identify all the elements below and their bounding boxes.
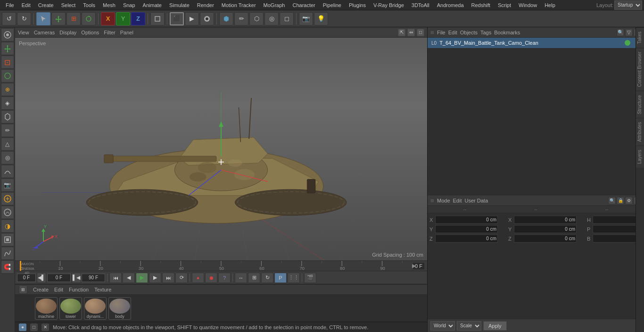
- coord-sx-input[interactable]: [514, 216, 577, 224]
- mat-edit[interactable]: Edit: [54, 287, 63, 292]
- status-icon-3[interactable]: ✕: [41, 324, 49, 331]
- lasso-button[interactable]: ◻: [280, 12, 294, 25]
- menu-character[interactable]: Character: [289, 1, 319, 9]
- y-axis-button[interactable]: Y: [116, 12, 130, 25]
- sidebar-hair[interactable]: [1, 192, 14, 205]
- sidebar-tool6[interactable]: ◈: [1, 97, 14, 110]
- loop-btn[interactable]: ⟳: [175, 273, 188, 283]
- sidebar-rotate[interactable]: [1, 69, 14, 82]
- mat-function[interactable]: Function: [69, 287, 89, 292]
- z-axis-button[interactable]: Z: [131, 12, 145, 25]
- attr-user-data[interactable]: User Data: [465, 198, 488, 203]
- mat-tower[interactable]: tower: [59, 297, 82, 320]
- menu-tools[interactable]: Tools: [79, 1, 99, 9]
- attr-mode[interactable]: Mode: [437, 198, 450, 203]
- timeline-ruler[interactable]: 0 10 20 30 40 50 60 70: [15, 260, 427, 271]
- menu-pipeline[interactable]: Pipeline: [319, 1, 345, 9]
- mat-machine[interactable]: machine: [35, 297, 58, 320]
- render-preview-button[interactable]: ▶: [185, 12, 199, 25]
- layout-select[interactable]: Startup: [614, 0, 642, 10]
- vp-panel[interactable]: Panel: [120, 30, 133, 35]
- om-file[interactable]: File: [437, 30, 446, 35]
- sidebar-sculpt2[interactable]: ◑: [1, 219, 14, 233]
- vp-filter[interactable]: Filter: [104, 30, 115, 35]
- attr-edit[interactable]: Edit: [453, 198, 462, 203]
- sidebar-dynamics[interactable]: [1, 233, 14, 246]
- vp-expand-btn[interactable]: ⇱: [398, 29, 405, 36]
- mat-texture[interactable]: Texture: [94, 287, 111, 292]
- polygon-button[interactable]: ⬡: [249, 12, 264, 25]
- tab-attributes[interactable]: Attributes: [636, 118, 644, 146]
- sidebar-sculpt[interactable]: [1, 206, 14, 219]
- vp-cameras[interactable]: Cameras: [34, 30, 55, 35]
- next-frame-btn[interactable]: ▶: [149, 273, 161, 283]
- om-edit[interactable]: Edit: [448, 30, 457, 35]
- coord-sz-input[interactable]: [514, 235, 577, 243]
- draw-button[interactable]: ✏: [234, 12, 248, 25]
- menu-file[interactable]: File: [2, 1, 18, 9]
- cube-button[interactable]: [219, 12, 233, 25]
- sidebar-bend[interactable]: [1, 165, 14, 178]
- om-search-btn[interactable]: 🔍: [617, 29, 624, 36]
- camera-button[interactable]: 📷: [299, 12, 313, 25]
- tab-layers[interactable]: Layers: [636, 146, 644, 168]
- menu-animate[interactable]: Animate: [139, 1, 165, 9]
- tl-end-btn[interactable]: ▌◀: [72, 273, 81, 283]
- keyframe-btn[interactable]: 🎬: [304, 273, 316, 283]
- sidebar-pen[interactable]: ✏: [1, 124, 14, 137]
- om-bookmarks[interactable]: Bookmarks: [494, 30, 520, 35]
- info-btn[interactable]: ?: [218, 273, 231, 283]
- vp-options[interactable]: Options: [81, 30, 99, 35]
- status-icon-2[interactable]: □: [30, 324, 38, 331]
- render-region-button[interactable]: ⬛: [170, 12, 184, 25]
- sidebar-camera[interactable]: 📷: [1, 178, 14, 192]
- sidebar-move[interactable]: [1, 42, 14, 55]
- mat-create[interactable]: Create: [33, 287, 49, 292]
- move-tool-button[interactable]: [51, 12, 66, 25]
- undo-button[interactable]: ↺: [2, 12, 16, 25]
- menu-motion-tracker[interactable]: Motion Tracker: [218, 1, 260, 9]
- sidebar-live-selection[interactable]: [1, 28, 14, 41]
- menu-create[interactable]: Create: [34, 1, 58, 9]
- coord-pz-input[interactable]: [435, 235, 498, 243]
- apply-button[interactable]: Apply: [483, 321, 507, 331]
- light-button[interactable]: 💡: [314, 12, 328, 25]
- frame-current-left-input[interactable]: [47, 274, 71, 282]
- mat-body[interactable]: body: [108, 297, 131, 320]
- auto-key-btn[interactable]: ⏺: [205, 273, 217, 283]
- play-btn[interactable]: ▶: [136, 273, 148, 283]
- timeline-arrow[interactable]: ▶: [412, 263, 416, 269]
- sidebar-tool5[interactable]: ⊕: [1, 83, 14, 96]
- attr-lock-btn[interactable]: 🔒: [617, 197, 624, 204]
- menu-redshift[interactable]: Redshift: [468, 1, 494, 9]
- scale-select[interactable]: Scale: [457, 321, 481, 331]
- menu-script[interactable]: Script: [494, 1, 515, 9]
- viewport-3d[interactable]: Perspective Grid Spacing : 100 cm Y X Z: [15, 38, 427, 260]
- menu-vray[interactable]: V-Ray Bridge: [370, 1, 408, 9]
- sidebar-magnet[interactable]: 🧲: [1, 260, 14, 274]
- object-mode-button[interactable]: [150, 12, 165, 25]
- menu-edit[interactable]: Edit: [18, 1, 34, 9]
- vp-arrows-btn[interactable]: ⇔: [407, 29, 415, 36]
- sidebar-spline[interactable]: [1, 247, 14, 260]
- status-icon-1[interactable]: ●: [19, 324, 26, 331]
- mat-panel-btn[interactable]: ⊞: [19, 285, 27, 294]
- goto-start-btn[interactable]: ⏮: [109, 273, 122, 283]
- tab-content-browser[interactable]: Content Browser: [636, 48, 644, 90]
- prs-btn[interactable]: P: [274, 273, 287, 283]
- menu-render[interactable]: Render: [193, 1, 218, 9]
- render-button[interactable]: [200, 12, 214, 25]
- menu-select[interactable]: Select: [58, 1, 80, 9]
- grid-tl-btn[interactable]: ⋮⋮: [288, 273, 300, 283]
- x-axis-button[interactable]: X: [101, 12, 115, 25]
- menu-mograph[interactable]: MoGraph: [260, 1, 289, 9]
- menu-help[interactable]: Help: [541, 1, 559, 9]
- scale-tool-button[interactable]: ⊞: [66, 12, 81, 25]
- prev-frame-btn[interactable]: ◀: [123, 273, 135, 283]
- sidebar-triangle[interactable]: △: [1, 138, 14, 151]
- om-filter-btn[interactable]: ▽: [625, 29, 633, 36]
- vp-display[interactable]: Display: [59, 30, 76, 35]
- tab-structure[interactable]: Structure: [636, 91, 644, 118]
- vp-full-btn[interactable]: □: [417, 29, 424, 36]
- vp-view[interactable]: View: [18, 30, 29, 35]
